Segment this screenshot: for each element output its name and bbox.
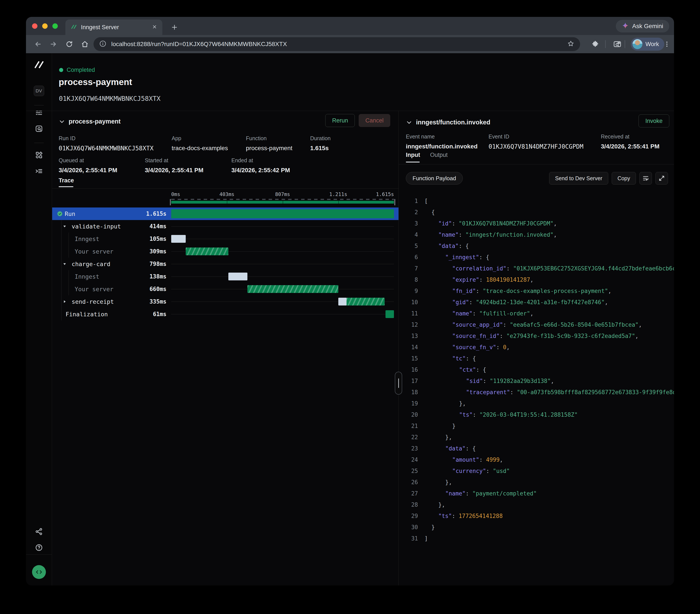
dev-server-code-button[interactable] xyxy=(32,565,46,579)
trace-bar xyxy=(228,272,247,280)
trace-step-name: Run xyxy=(65,210,75,217)
status-label: Completed xyxy=(67,67,95,73)
trace-row-your-server[interactable]: Your server660ms xyxy=(52,283,399,295)
apps-icon[interactable] xyxy=(35,151,43,159)
trace-waterfall: Run1.615svalidate-input414msInngest105ms… xyxy=(52,207,399,320)
browser-tab[interactable]: Inngest Server xyxy=(65,20,162,35)
trace-row-validate-input[interactable]: validate-input414ms xyxy=(52,220,399,233)
trace-bar-lane xyxy=(171,233,394,245)
app-sidebar: DV xyxy=(26,53,52,586)
code-line: 8"expire": 1804190141287, xyxy=(406,274,674,285)
expand-button[interactable] xyxy=(655,172,668,184)
line-number: 25 xyxy=(406,468,418,474)
tab-trace[interactable]: Trace xyxy=(59,177,74,184)
url-bar[interactable]: localhost:8288/run?runID=01KJX6Q7W64NMKM… xyxy=(93,37,580,51)
help-icon[interactable] xyxy=(35,543,43,552)
trace-row-finalization[interactable]: Finalization61ms xyxy=(52,308,399,320)
browser-menu-icon[interactable] xyxy=(663,40,671,48)
chevron-down-icon[interactable] xyxy=(63,225,66,228)
field-app: App trace-docs-examples xyxy=(172,135,228,152)
function-link[interactable]: process-payment xyxy=(246,145,292,152)
run-header: Completed process-payment 01KJX6Q7W64NMK… xyxy=(52,53,674,111)
field-ended-at: Ended at 3/4/2026, 2:55:42 PM xyxy=(232,157,290,174)
trace-bar xyxy=(347,298,384,306)
code-line: 25"currency": "usd" xyxy=(406,465,674,477)
code-line: 19}, xyxy=(406,398,674,409)
code-line: 6"_inngest": { xyxy=(406,252,674,263)
reload-icon[interactable] xyxy=(65,40,73,48)
code-line: 4"name": "inngest/function.invoked", xyxy=(406,229,674,240)
payload-code-editor[interactable]: 1[2{3"id": "01KJX6Q7V81N4DMZ7HFJ0CGPDM",… xyxy=(406,195,674,544)
trace-row-inngest[interactable]: Inngest138ms xyxy=(52,270,399,283)
trace-row-run[interactable]: Run1.615s xyxy=(52,207,399,220)
trace-row-your-server[interactable]: Your server309ms xyxy=(52,245,399,258)
line-number: 3 xyxy=(406,220,418,227)
site-info-icon[interactable] xyxy=(99,40,107,48)
trace-row-send-receipt[interactable]: send-receipt335ms xyxy=(52,295,399,308)
app-link[interactable]: trace-docs-examples xyxy=(172,145,228,152)
trace-tab-underline xyxy=(59,186,73,187)
back-icon[interactable] xyxy=(34,40,42,48)
panel-resize-handle[interactable] xyxy=(395,372,402,395)
copy-button[interactable]: Copy xyxy=(612,172,636,184)
field-event-name: Event name inngest/function.invoked xyxy=(406,133,477,150)
forward-icon[interactable] xyxy=(49,40,58,48)
profile-chip[interactable]: Work xyxy=(631,38,664,51)
toolbar-separator xyxy=(605,40,605,48)
trace-bar xyxy=(247,285,339,293)
tab-input[interactable]: Input xyxy=(406,152,420,158)
line-number: 31 xyxy=(406,535,418,542)
cancel-button[interactable]: Cancel xyxy=(359,114,390,127)
send-to-dev-server-button[interactable]: Send to Dev Server xyxy=(549,172,608,184)
trace-step-duration: 335ms xyxy=(124,298,166,305)
line-number: 26 xyxy=(406,479,418,486)
app-badge[interactable]: DV xyxy=(34,86,44,96)
invoke-button[interactable]: Invoke xyxy=(639,114,669,127)
code-line: 29"ts": 1772654141288 xyxy=(406,510,674,522)
function-payload-button[interactable]: Function Payload xyxy=(406,172,463,184)
ask-gemini-button[interactable]: Ask Gemini xyxy=(616,20,669,33)
avatar xyxy=(633,39,642,49)
minimize-window-button[interactable] xyxy=(42,23,48,29)
code-line: 20"ts": "2026-03-04T19:55:41.288158Z" xyxy=(406,409,674,420)
extensions-icon[interactable] xyxy=(591,40,599,48)
trace-bar xyxy=(338,298,347,306)
chevron-right-icon[interactable] xyxy=(63,300,66,303)
url-text[interactable]: localhost:8288/run?runID=01KJX6Q7W64NMKM… xyxy=(111,41,562,48)
close-tab-icon[interactable] xyxy=(152,24,157,30)
event-search-icon[interactable] xyxy=(35,125,43,133)
rerun-button[interactable]: Rerun xyxy=(325,114,355,127)
trace-step-name: Finalization xyxy=(66,311,108,318)
bookmark-star-icon[interactable] xyxy=(567,40,574,48)
trace-row-inngest[interactable]: Inngest105ms xyxy=(52,233,399,245)
close-window-button[interactable] xyxy=(32,23,37,29)
line-number: 19 xyxy=(406,400,418,407)
event-title: inngest/function.invoked xyxy=(416,119,490,126)
word-wrap-button[interactable] xyxy=(639,172,652,184)
line-number: 28 xyxy=(406,501,418,508)
trace-bar xyxy=(171,235,186,243)
line-number: 2 xyxy=(406,209,418,216)
browser-tab-strip: Inngest Server Ask Gemini xyxy=(26,17,674,35)
ask-gemini-label: Ask Gemini xyxy=(632,23,663,30)
trace-bar-lane xyxy=(171,283,394,295)
terminal-logs-icon[interactable] xyxy=(35,167,43,175)
event-details-panel: inngest/function.invoked Invoke Event na… xyxy=(399,111,674,586)
trace-row-charge-card[interactable]: charge-card798ms xyxy=(52,258,399,270)
tab-output[interactable]: Output xyxy=(430,152,448,158)
run-details-panel: process-payment Rerun Cancel Run ID 01KJ… xyxy=(52,111,399,586)
chevron-down-icon[interactable] xyxy=(63,263,66,266)
trace-minimap[interactable] xyxy=(171,199,394,204)
home-icon[interactable] xyxy=(81,40,89,48)
tab-search-icon[interactable] xyxy=(613,40,622,49)
collapse-run-icon[interactable] xyxy=(59,118,65,126)
zoom-window-button[interactable] xyxy=(52,23,58,29)
runs-icon[interactable] xyxy=(35,108,43,117)
share-feedback-icon[interactable] xyxy=(35,527,43,536)
trace-bar-lane xyxy=(171,258,394,270)
axis-tick-label: 807ms xyxy=(275,191,290,197)
field-event-id: Event ID 01KJX6Q7V81N4DMZ7HFJ0CGPDM xyxy=(489,133,583,150)
inngest-logo-icon[interactable] xyxy=(33,60,45,69)
new-tab-button[interactable] xyxy=(169,22,180,33)
collapse-event-icon[interactable] xyxy=(406,119,412,127)
